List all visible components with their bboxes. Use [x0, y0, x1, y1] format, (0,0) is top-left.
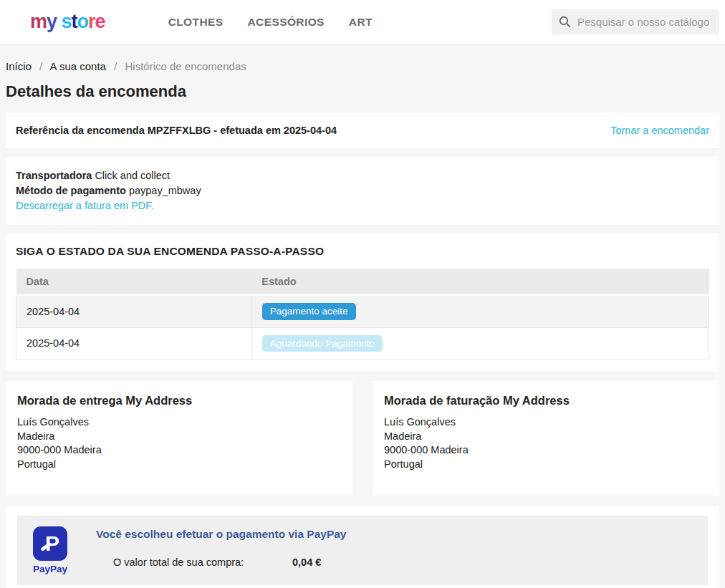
paypay-logo-label: PayPay — [33, 564, 67, 574]
status-date-cell: 2025-04-04 — [16, 327, 252, 360]
delivery-address-title: Morada de entrega My Address — [17, 394, 341, 408]
status-badge-cell: Pagamento aceite — [251, 295, 709, 327]
carrier-card: Transportadora Click and collect Método … — [6, 157, 719, 225]
payment-method-label: Método de pagamento — [16, 185, 126, 196]
logo-letter: e — [95, 11, 105, 32]
table-row: 2025-04-04 Aguardando Pagamento — [16, 327, 709, 360]
breadcrumb-separator: / — [39, 60, 42, 72]
status-badge-cell: Aguardando Pagamento — [251, 327, 709, 360]
breadcrumb: Início / A sua conta / Histórico de enco… — [6, 44, 719, 75]
paypay-logo: P PayPay — [30, 526, 70, 574]
breadcrumb-account[interactable]: A sua conta — [50, 60, 106, 72]
svg-text:P: P — [45, 531, 59, 555]
order-status-title: SIGA O ESTADO DA SUA ENCOMENDA PASSO-A-P… — [16, 245, 709, 258]
paypay-panel: P PayPay Você escolheu efetuar o pagamen… — [17, 516, 708, 585]
logo-letter: r — [88, 11, 95, 32]
page-title: Detalhes da encomenda — [6, 82, 719, 101]
logo-letter: y — [47, 11, 57, 32]
carrier-label: Transportadora — [16, 170, 92, 181]
table-header-row: Data Estado — [16, 269, 709, 295]
breadcrumb-separator: / — [114, 60, 117, 72]
address-line: 9000-000 Madeira — [17, 443, 341, 458]
status-date-cell: 2025-04-04 — [16, 295, 252, 327]
order-reference-card: Referência da encomenda MPZFFXLBG - efet… — [6, 112, 719, 148]
main-nav: CLOTHES ACESSÓRIOS ART — [168, 16, 373, 29]
logo-letter: t — [72, 11, 77, 32]
status-badge: Pagamento aceite — [262, 303, 356, 320]
search-icon — [559, 16, 571, 28]
search-box[interactable] — [552, 9, 719, 34]
invoice-address-title: Morada de faturação My Address — [384, 394, 708, 408]
breadcrumb-home[interactable]: Início — [6, 60, 32, 72]
payment-method-value: paypay_mbway — [126, 185, 201, 196]
invoice-pdf-link[interactable]: Descarregar a fatura em PDF. — [16, 200, 154, 211]
reorder-link[interactable]: Tornar a encomendar — [610, 125, 709, 136]
paypay-payment-card: P PayPay Você escolheu efetuar o pagamen… — [6, 506, 719, 588]
paypay-info: Você escolheu efetuar o pagamento via Pa… — [96, 526, 695, 574]
invoice-address-card: Morada de faturação My Address Luís Gonç… — [373, 381, 719, 496]
logo-letter: s — [57, 11, 72, 32]
order-reference-text: Referência da encomenda MPZFFXLBG - efet… — [16, 125, 337, 136]
order-total-value: 0,04 € — [292, 556, 321, 568]
address-line: Madeira — [17, 430, 341, 444]
address-line: Portugal — [384, 458, 708, 472]
order-total-label: O valor total de sua compra: — [113, 556, 292, 568]
logo-letter: o — [77, 11, 89, 32]
addresses-row: Morada de entrega My Address Luís Gonçal… — [6, 381, 719, 496]
address-line: 9000-000 Madeira — [384, 443, 708, 458]
address-line: Luís Gonçalves — [384, 415, 708, 430]
carrier-value: Click and collect — [92, 170, 170, 181]
column-header-date: Data — [16, 269, 252, 295]
breadcrumb-order-history: Histórico de encomendas — [125, 60, 246, 72]
address-line: Portugal — [17, 458, 341, 472]
address-line: Luís Gonçalves — [17, 415, 341, 430]
nav-item-accessories[interactable]: ACESSÓRIOS — [248, 16, 325, 29]
nav-item-clothes[interactable]: CLOTHES — [168, 16, 224, 29]
table-row: 2025-04-04 Pagamento aceite — [16, 295, 709, 327]
order-total-row: O valor total de sua compra: 0,04 € — [96, 556, 695, 568]
store-logo[interactable]: my store — [11, 0, 105, 55]
top-header: my store CLOTHES ACESSÓRIOS ART — [0, 0, 725, 44]
payment-method-line: Método de pagamento paypay_mbway — [16, 183, 709, 198]
search-input[interactable] — [577, 16, 712, 28]
paypay-logo-icon: P — [33, 526, 67, 561]
delivery-address-card: Morada de entrega My Address Luís Gonçal… — [6, 381, 352, 496]
column-header-status: Estado — [251, 269, 709, 295]
status-badge: Aguardando Pagamento — [262, 335, 383, 352]
logo-letter: m — [30, 11, 47, 32]
address-line: Madeira — [384, 430, 708, 444]
order-status-table: Data Estado 2025-04-04 Pagamento aceite … — [16, 269, 709, 360]
carrier-line: Transportadora Click and collect — [16, 168, 709, 183]
paypay-heading: Você escolheu efetuar o pagamento via Pa… — [96, 526, 695, 541]
nav-item-art[interactable]: ART — [349, 16, 373, 29]
order-status-card: SIGA O ESTADO DA SUA ENCOMENDA PASSO-A-P… — [6, 233, 719, 371]
